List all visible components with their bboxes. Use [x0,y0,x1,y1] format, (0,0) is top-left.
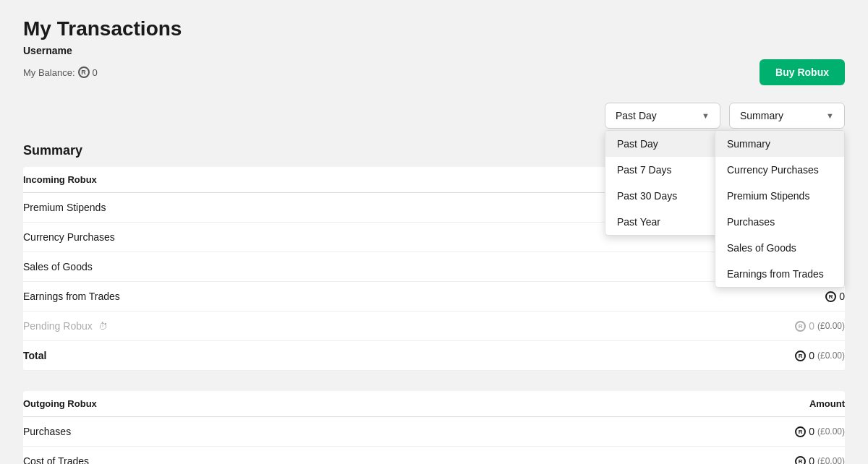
type-filter-button[interactable]: Summary ▼ [729,103,845,129]
type-option-4[interactable]: Sales of Goods [715,235,844,261]
row-currency: (£0.00) [817,351,845,361]
table-row: Cost of Trades R 0 (£0.00) [23,447,845,465]
row-amount: R 0 (£0.00) [514,417,845,447]
page-title: My Transactions [23,17,845,40]
username: Username [23,45,845,56]
type-filter-dropdown: Summary Currency Purchases Premium Stipe… [715,130,845,288]
table-row-pending: Pending Robux ⏱ R 0 (£0.00) [23,312,845,341]
row-label: Purchases [23,417,514,447]
balance-value: 0 [93,67,98,78]
row-label: Cost of Trades [23,447,514,465]
outgoing-amount-header: Amount [514,391,845,417]
row-value: 0 [809,320,814,332]
outgoing-label-header: Outgoing Robux [23,391,514,417]
type-option-5[interactable]: Earnings from Trades [715,261,844,287]
robux-icon: R [78,66,90,78]
time-filter-button[interactable]: Past Day ▼ [605,103,720,129]
row-currency: (£0.00) [817,321,845,331]
time-filter-arrow: ▼ [702,111,710,120]
outgoing-section: Outgoing Robux Amount Purchases R 0 (£0.… [23,391,845,464]
table-row: Purchases R 0 (£0.00) [23,417,845,447]
page-container: My Transactions Username My Balance: R 0… [0,0,868,464]
row-label-pending: Pending Robux ⏱ [23,312,566,341]
table-row-total-incoming: Total R 0 (£0.00) [23,341,845,371]
row-currency: (£0.00) [817,426,845,437]
outgoing-header-row: Outgoing Robux Amount [23,391,845,417]
type-option-0[interactable]: Summary [715,131,844,157]
row-amount-total: R 0 (£0.00) [566,341,845,371]
row-label: Earnings from Trades [23,282,566,312]
incoming-label-header: Incoming Robux [23,167,566,193]
row-currency: (£0.00) [817,456,845,464]
type-filter-wrapper: Summary ▼ Summary Currency Purchases Pre… [729,103,845,129]
robux-icon-sm: R [795,351,806,361]
row-value: 0 [809,426,814,437]
filters-row: Past Day ▼ Past Day Past 7 Days Past 30 … [23,103,845,129]
balance-row: My Balance: R 0 Buy Robux [23,59,845,85]
clock-icon: ⏱ [98,321,108,332]
type-filter-arrow: ▼ [826,111,834,120]
type-option-3[interactable]: Purchases [715,209,844,235]
outgoing-table: Outgoing Robux Amount Purchases R 0 (£0.… [23,391,845,464]
row-value: 0 [809,350,814,361]
robux-icon-sm-gray: R [795,321,806,332]
row-amount-pending: R 0 (£0.00) [566,312,845,341]
robux-icon-sm: R [795,456,806,465]
balance-text: My Balance: R 0 [23,66,98,78]
row-label: Premium Stipends [23,193,566,223]
row-label: Currency Purchases [23,223,566,252]
row-label: Sales of Goods [23,252,566,282]
time-filter-label: Past Day [616,110,657,121]
buy-robux-button[interactable]: Buy Robux [760,59,845,85]
row-amount: R 0 (£0.00) [514,447,845,465]
type-option-1[interactable]: Currency Purchases [715,157,844,183]
row-value: 0 [839,291,845,302]
time-filter-wrapper: Past Day ▼ Past Day Past 7 Days Past 30 … [605,103,720,129]
robux-icon-sm: R [795,426,806,437]
balance-label: My Balance: [23,67,75,78]
row-label-total: Total [23,341,566,371]
row-value: 0 [809,455,814,464]
robux-icon-sm: R [825,291,836,302]
type-filter-label: Summary [740,110,783,121]
type-option-2[interactable]: Premium Stipends [715,183,844,209]
